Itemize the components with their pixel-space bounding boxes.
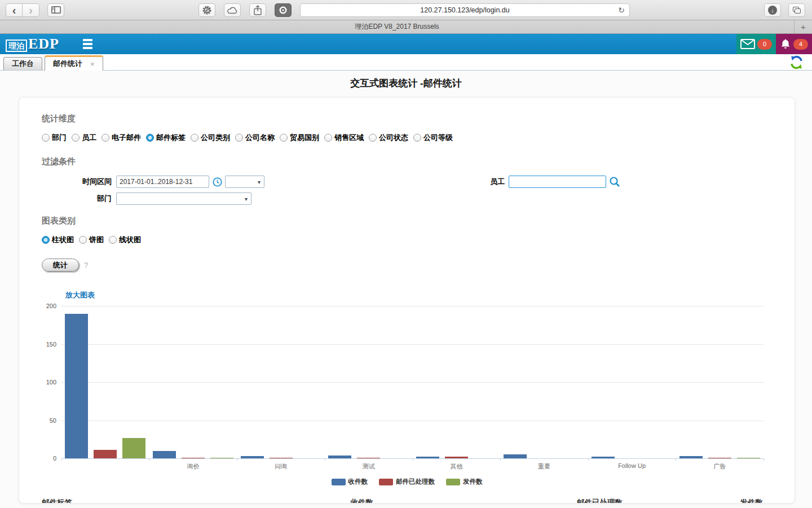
main-menu-button[interactable] <box>83 39 85 49</box>
staff-input[interactable] <box>509 176 606 188</box>
forward-button[interactable]: › <box>23 3 39 17</box>
radio-option-柱状图[interactable]: 柱状图 <box>42 235 74 245</box>
time-range-label: 时间区间 <box>42 177 116 187</box>
dimension-radio-group: 部门员工电子邮件邮件标签公司类别公司名称贸易国别销售区域公司状态公司等级 <box>42 133 795 143</box>
tab-workbench[interactable]: 工作台 <box>3 57 42 70</box>
bar-收件数-其他 <box>416 457 439 458</box>
sync-icon <box>789 55 804 70</box>
radio-option-销售区域[interactable]: 销售区域 <box>324 133 364 143</box>
radio-icon[interactable] <box>72 134 80 142</box>
radio-option-贸易国别[interactable]: 贸易国别 <box>280 133 319 143</box>
legend-swatch-icon <box>379 479 393 485</box>
radio-selected-icon[interactable] <box>42 236 50 244</box>
radio-option-电子邮件[interactable]: 电子邮件 <box>102 133 141 143</box>
radio-selected-icon[interactable] <box>146 134 154 142</box>
page-title: 交互式图表统计 -邮件统计 <box>0 71 812 90</box>
x-axis-label: Follow Up <box>588 462 676 469</box>
legend-swatch-icon <box>446 479 460 485</box>
settings-button[interactable] <box>198 3 215 17</box>
address-bar[interactable]: 120.27.150.123/edp/login.du ↻ <box>300 3 630 17</box>
mail-button[interactable]: 0 <box>736 34 776 54</box>
radio-option-部门[interactable]: 部门 <box>42 133 67 143</box>
back-button[interactable]: ‹ <box>6 3 23 17</box>
enlarge-chart-link[interactable]: 放大图表 <box>65 290 95 300</box>
radio-option-邮件标签[interactable]: 邮件标签 <box>146 133 186 143</box>
legend-item-发件数[interactable]: 发件数 <box>446 478 483 486</box>
stat-button[interactable]: 统计 <box>42 259 79 271</box>
back-icon: ‹ <box>12 5 16 15</box>
date-picker-button[interactable] <box>213 177 222 187</box>
radio-icon[interactable] <box>191 134 198 142</box>
mail-count-badge: 0 <box>757 39 772 50</box>
icloud-button[interactable] <box>224 3 241 17</box>
legend-label: 收件数 <box>348 478 368 486</box>
share-button[interactable] <box>249 3 266 17</box>
radio-icon[interactable] <box>109 236 117 244</box>
radio-option-label: 邮件标签 <box>156 133 186 143</box>
chart-type-radio-group: 柱状图饼图线状图 <box>42 235 795 245</box>
bar-收件数-重要 <box>504 454 527 458</box>
help-icon[interactable]: ? <box>84 261 88 269</box>
radio-option-公司状态[interactable]: 公司状态 <box>369 133 408 143</box>
radio-option-公司类别[interactable]: 公司类别 <box>191 133 230 143</box>
bar-邮件已处理数-blank <box>94 450 117 458</box>
radio-option-公司名称[interactable]: 公司名称 <box>235 133 275 143</box>
staff-label: 员工 <box>490 177 505 187</box>
page-tabbar: 工作台 邮件统计 × <box>0 54 812 71</box>
time-preset-select[interactable]: ▾ <box>225 176 264 188</box>
downloads-button[interactable]: ↓ <box>764 3 781 17</box>
time-range-input[interactable] <box>116 176 209 188</box>
legend-item-收件数[interactable]: 收件数 <box>332 478 368 486</box>
staff-search-button[interactable] <box>609 176 620 187</box>
bar-邮件已处理数-其他 <box>445 457 468 458</box>
url-text: 120.27.150.123/edp/login.du <box>420 6 509 14</box>
app-logo[interactable]: 理泊 EDP <box>6 36 59 52</box>
radio-icon[interactable] <box>369 134 377 142</box>
radio-icon[interactable] <box>102 134 109 142</box>
refresh-button[interactable] <box>789 55 804 70</box>
sidebar-toggle-button[interactable] <box>47 3 64 17</box>
new-tab-button[interactable]: + <box>794 20 812 33</box>
y-gridline <box>61 306 764 306</box>
notifications-button[interactable]: 4 <box>776 34 812 54</box>
download-icon: ↓ <box>768 6 777 15</box>
caret-down-icon: ▾ <box>258 179 261 185</box>
filter-section-title: 过滤条件 <box>42 156 795 167</box>
extension-button[interactable] <box>275 3 292 17</box>
sidebar-icon <box>51 6 61 14</box>
radio-option-饼图[interactable]: 饼图 <box>79 235 104 245</box>
logo-en-text: EDP <box>28 36 59 52</box>
dimension-section-title: 统计维度 <box>42 113 795 124</box>
browser-tab[interactable]: 理泊EDP V8_2017 Brussels <box>0 22 794 32</box>
dept-select[interactable]: ▾ <box>116 192 251 205</box>
bar-发件数-询价 <box>210 458 233 458</box>
tab-mail-stats[interactable]: 邮件统计 × <box>45 55 103 71</box>
close-tab-icon[interactable]: × <box>90 60 95 68</box>
show-tabs-button[interactable] <box>788 3 805 17</box>
x-axis-label: 其他 <box>413 462 501 471</box>
radio-option-label: 销售区域 <box>334 133 364 143</box>
browser-tabstrip: 理泊EDP V8_2017 Brussels + <box>0 20 812 34</box>
radio-icon[interactable] <box>280 134 288 142</box>
radio-option-线状图[interactable]: 线状图 <box>109 235 141 245</box>
staff-filter-group: 员工 <box>490 176 620 188</box>
radio-option-员工[interactable]: 员工 <box>72 133 96 143</box>
radio-option-公司等级[interactable]: 公司等级 <box>413 133 453 143</box>
radio-icon[interactable] <box>413 134 421 142</box>
chart-type-section-title: 图表类别 <box>42 216 795 226</box>
search-icon <box>609 176 620 187</box>
chart-legend: 收件数邮件已处理数发件数 <box>19 478 795 486</box>
legend-item-邮件已处理数[interactable]: 邮件已处理数 <box>379 478 435 486</box>
radio-option-label: 线状图 <box>119 235 141 245</box>
bar-chart: 050100150200询价问询测试其他重要Follow Up广告 <box>19 302 795 471</box>
radio-icon[interactable] <box>235 134 243 142</box>
reload-icon[interactable]: ↻ <box>618 6 625 15</box>
radio-icon[interactable] <box>79 236 87 244</box>
col-header-received: 收件数 <box>200 494 373 503</box>
clock-icon <box>213 177 222 187</box>
radio-icon[interactable] <box>324 134 332 142</box>
stats-table: 邮件标签 收件数 邮件已处理数 发件数 190 11 27 <box>42 494 763 503</box>
radio-icon[interactable] <box>42 134 50 142</box>
bar-邮件已处理数-问询 <box>270 458 293 458</box>
x-axis-tick <box>325 458 325 461</box>
